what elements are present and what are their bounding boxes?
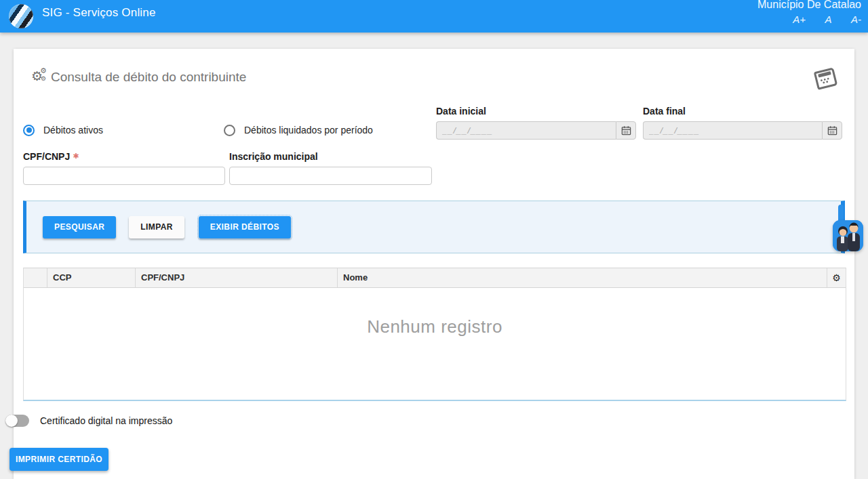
- column-ccp[interactable]: CCP: [47, 268, 136, 287]
- results-table-header: CCP CPF/CNPJ Nome ⚙: [24, 268, 846, 288]
- radio-selected-icon: [23, 125, 35, 136]
- manual-book-icon[interactable]: [812, 65, 840, 92]
- cpf-cnpj-input[interactable]: [23, 167, 225, 185]
- font-decrease-button[interactable]: A-: [851, 14, 861, 25]
- font-size-controls: A+ A A-: [757, 14, 861, 26]
- municipality-name: Município De Catalao: [757, 0, 861, 11]
- data-final-label: Data final: [643, 106, 842, 117]
- actions-toolbar: PESQUISAR LIMPAR EXIBIR DÉBITOS: [23, 201, 845, 253]
- inscricao-municipal-input[interactable]: [229, 167, 432, 185]
- data-inicial-calendar-icon[interactable]: [616, 121, 636, 140]
- page-title-row: ⚙⚙⚙ Consulta de débito do contribuinte: [31, 69, 246, 85]
- cpf-cnpj-label: CPF/CNPJ✱: [23, 151, 225, 162]
- app-logo-icon: [9, 4, 33, 28]
- pesquisar-button[interactable]: PESQUISAR: [43, 216, 116, 238]
- font-increase-button[interactable]: A+: [793, 14, 806, 25]
- certificate-toggle-switch[interactable]: [5, 415, 29, 427]
- required-asterisk-icon: ✱: [73, 152, 79, 160]
- header-right-area: Município De Catalao A+ A A-: [757, 0, 861, 26]
- column-nome[interactable]: Nome: [338, 268, 827, 287]
- top-header-bar: SIG - Serviços Online Município De Catal…: [0, 0, 868, 33]
- column-cpf-cnpj[interactable]: CPF/CNPJ: [136, 268, 338, 287]
- radio-debitos-ativos-label: Débitos ativos: [43, 125, 103, 136]
- imprimir-certidao-button[interactable]: IMPRIMIR CERTIDÃO: [9, 448, 108, 471]
- column-select: [24, 268, 47, 287]
- data-inicial-input[interactable]: [436, 121, 616, 140]
- results-table: CCP CPF/CNPJ Nome ⚙ Nenhum registro: [23, 268, 846, 401]
- certificate-toggle-label: Certificado digital na impressão: [40, 415, 172, 426]
- radio-debitos-ativos[interactable]: Débitos ativos: [23, 123, 103, 137]
- empty-state-message: Nenhum registro: [367, 316, 502, 337]
- toggle-knob: [5, 415, 18, 427]
- inscricao-municipal-label: Inscrição municipal: [229, 151, 432, 162]
- inscricao-municipal-field: Inscrição municipal: [229, 151, 432, 185]
- cpf-cnpj-field: CPF/CNPJ✱: [23, 151, 225, 185]
- data-final-calendar-icon[interactable]: [822, 121, 842, 140]
- data-final-input[interactable]: [643, 121, 822, 140]
- virtual-assistant-button[interactable]: [833, 220, 863, 251]
- radio-debitos-liquidados-label: Débitos liquidados por período: [244, 125, 373, 136]
- app-title: SIG - Serviços Online: [42, 6, 156, 20]
- gears-icon: ⚙⚙⚙: [31, 69, 49, 85]
- exibir-debitos-button[interactable]: EXIBIR DÉBITOS: [199, 216, 291, 238]
- certificate-toggle-row: Certificado digital na impressão: [5, 415, 172, 427]
- data-final-field: Data final: [643, 106, 842, 140]
- results-table-body: Nenhum registro: [24, 288, 846, 400]
- data-inicial-field: Data inicial: [436, 106, 636, 140]
- limpar-button[interactable]: LIMPAR: [129, 216, 184, 238]
- font-default-button[interactable]: A: [825, 14, 832, 25]
- radio-debitos-liquidados[interactable]: Débitos liquidados por período: [224, 123, 373, 137]
- data-inicial-label: Data inicial: [436, 106, 636, 117]
- page-title: Consulta de débito do contribuinte: [51, 70, 246, 85]
- radio-unselected-icon: [224, 125, 235, 136]
- table-settings-gear-icon[interactable]: ⚙: [827, 268, 846, 287]
